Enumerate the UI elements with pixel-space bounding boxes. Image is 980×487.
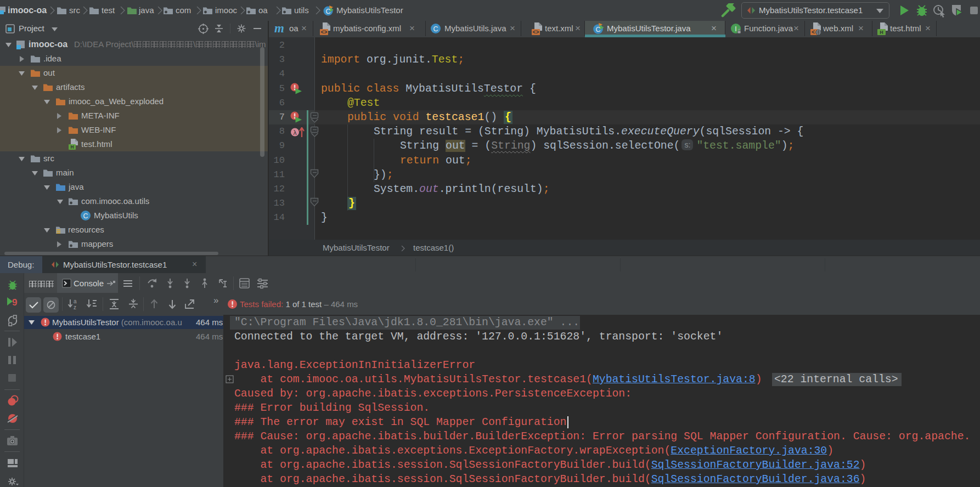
svg-text:C: C	[325, 8, 330, 15]
svg-text:C: C	[433, 25, 438, 33]
svg-text:<>: <>	[320, 30, 327, 35]
svg-text:H: H	[70, 144, 74, 150]
svg-text:C: C	[83, 212, 88, 220]
svg-text:C: C	[595, 26, 600, 33]
svg-text:λ: λ	[294, 129, 297, 137]
svg-text:I: I	[735, 25, 736, 33]
svg-text:<>: <>	[532, 30, 539, 35]
svg-text:z: z	[74, 304, 76, 310]
svg-text:a: a	[74, 298, 77, 304]
svg-text:<: <	[812, 30, 815, 35]
svg-text:9: 9	[12, 297, 17, 308]
svg-text:H: H	[880, 30, 883, 35]
